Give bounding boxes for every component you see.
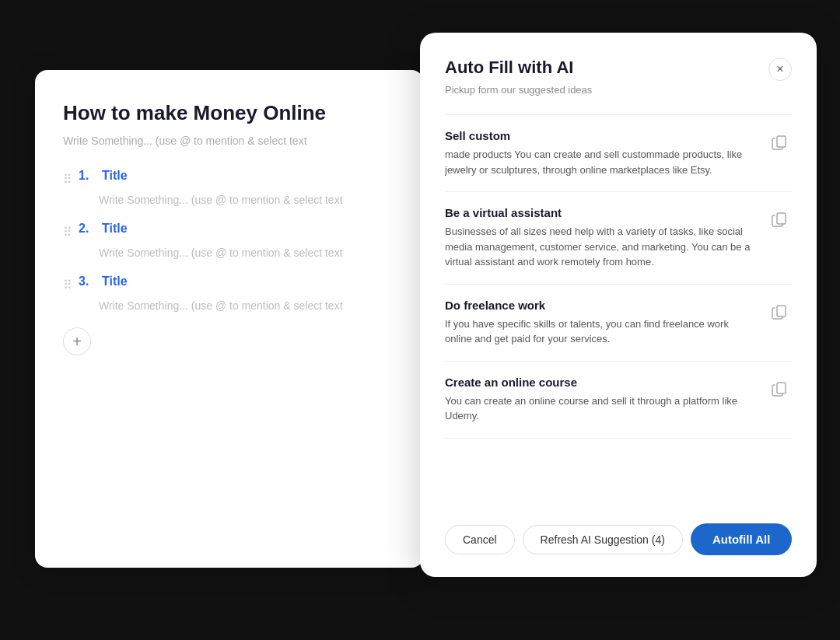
copy-button-3[interactable] [767, 299, 792, 323]
editor-item-3: ⠿ 3. Title [63, 275, 396, 295]
suggestion-content-4: Create an online course You can create a… [445, 376, 758, 424]
item-placeholder-2[interactable]: Write Something... (use @ to mention & s… [99, 247, 396, 259]
suggestion-title-1: Sell custom [445, 129, 758, 142]
item-title-1[interactable]: Title [102, 169, 128, 183]
suggestion-content-3: Do freelance work If you have specific s… [445, 299, 758, 347]
editor-section-2: ⠿ 2. Title Write Something... (use @ to … [63, 222, 396, 259]
item-number-2: 2. [79, 222, 94, 236]
dialog-footer: Cancel Refresh AI Suggestion (4) Autofil… [445, 511, 792, 555]
item-number-1: 1. [79, 169, 94, 183]
item-placeholder-3[interactable]: Write Something... (use @ to mention & s… [99, 299, 396, 312]
suggestion-title-3: Do freelance work [445, 299, 758, 312]
svg-rect-2 [777, 306, 786, 317]
suggestion-content-2: Be a virtual assistant Businesses of all… [445, 206, 758, 270]
editor-title: How to make Money Online [63, 101, 396, 125]
svg-rect-3 [777, 383, 786, 393]
suggestion-item-1: Sell custom made products You can create… [445, 114, 792, 191]
suggestion-desc-3: If you have specific skills or talents, … [445, 317, 758, 347]
cancel-button[interactable]: Cancel [445, 525, 515, 554]
suggestion-title-4: Create an online course [445, 376, 758, 389]
suggestion-desc-2: Businesses of all sizes need help with a… [445, 224, 758, 270]
copy-button-1[interactable] [767, 129, 792, 154]
item-number-3: 3. [79, 275, 94, 289]
close-button[interactable]: × [768, 58, 792, 81]
drag-handle-2: ⠿ [63, 223, 71, 242]
suggestion-item-2: Be a virtual assistant Businesses of all… [445, 191, 792, 284]
copy-button-4[interactable] [767, 376, 792, 400]
refresh-ai-button[interactable]: Refresh AI Suggestion (4) [523, 525, 683, 554]
ai-dialog: Auto Fill with AI × Pickup form our sugg… [420, 33, 817, 577]
suggestion-item-4: Create an online course You can create a… [445, 361, 792, 439]
dialog-subtitle: Pickup form our suggested ideas [445, 84, 792, 96]
item-title-2[interactable]: Title [102, 222, 128, 236]
suggestion-title-2: Be a virtual assistant [445, 206, 758, 219]
editor-section-3: ⠿ 3. Title Write Something... (use @ to … [63, 275, 396, 312]
editor-main-placeholder[interactable]: Write Something... (use @ to mention & s… [63, 135, 396, 147]
drag-handle-1: ⠿ [63, 170, 71, 189]
svg-rect-1 [777, 213, 786, 224]
suggestion-desc-4: You can create an online course and sell… [445, 393, 758, 424]
editor-item-1: ⠿ 1. Title [63, 169, 396, 189]
add-section-button[interactable]: + [63, 327, 91, 355]
item-placeholder-1[interactable]: Write Something... (use @ to mention & s… [99, 194, 396, 206]
copy-button-2[interactable] [767, 206, 792, 231]
editor-section-1: ⠿ 1. Title Write Something... (use @ to … [63, 169, 396, 206]
autofill-all-button[interactable]: Autofill All [691, 523, 792, 555]
drag-handle-3: ⠿ [63, 276, 71, 295]
item-title-3[interactable]: Title [102, 275, 128, 289]
suggestion-content-1: Sell custom made products You can create… [445, 129, 758, 177]
editor-item-2: ⠿ 2. Title [63, 222, 396, 242]
suggestions-list: Sell custom made products You can create… [445, 114, 798, 495]
suggestion-item-3: Do freelance work If you have specific s… [445, 284, 792, 361]
svg-rect-0 [777, 136, 786, 147]
editor-card: How to make Money Online Write Something… [35, 70, 424, 568]
dialog-title: Auto Fill with AI [445, 58, 573, 78]
suggestion-desc-1: made products You can create and sell cu… [445, 147, 758, 177]
dialog-header: Auto Fill with AI × [445, 58, 792, 81]
